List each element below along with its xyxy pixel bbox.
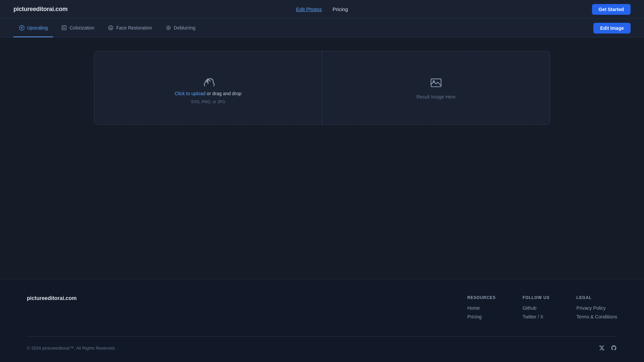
upscaling-icon [19, 25, 25, 31]
svg-point-6 [166, 25, 171, 30]
footer: pictureeditorai.com RESOURCES Home Prici… [0, 279, 644, 362]
upload-drag-text: or drag and drop [205, 91, 241, 96]
result-placeholder-text: Result Image Here [416, 94, 455, 100]
result-image-icon [429, 76, 443, 91]
nav-pricing[interactable]: Pricing [332, 6, 348, 12]
result-area: Result Image Here [322, 51, 550, 124]
tab-face-restoration[interactable]: Face Restoration [102, 19, 157, 37]
footer-link-twitter[interactable]: Twitter / X [523, 314, 550, 319]
footer-legal-heading: LEGAL [577, 295, 617, 300]
footer-link-privacy[interactable]: Privacy Policy [577, 305, 617, 311]
deblurring-icon [165, 25, 171, 31]
footer-link-home[interactable]: Home [467, 305, 496, 311]
upload-formats-text: SVG, PNG, or JPG [191, 100, 225, 104]
footer-link-terms[interactable]: Terms & Conditions [577, 314, 617, 319]
footer-social [598, 345, 617, 351]
upload-area-wrapper: Click to upload or drag and drop SVG, PN… [94, 51, 550, 125]
colorization-icon [61, 25, 67, 31]
upload-drop-zone[interactable]: Click to upload or drag and drop SVG, PN… [94, 51, 322, 124]
footer-col-follow: FOLLOW US Github Twitter / X [523, 295, 550, 323]
main-nav: Edit Photos Pricing [296, 6, 348, 12]
tab-colorization-label: Colorization [69, 25, 94, 31]
tabs-list: Upscaling Colorization [13, 19, 201, 37]
footer-resources-heading: RESOURCES [467, 295, 496, 300]
tab-upscaling-label: Upscaling [27, 25, 48, 31]
tab-upscaling[interactable]: Upscaling [13, 19, 53, 37]
site-logo: pictureeditorai.com [13, 6, 67, 13]
get-started-button[interactable]: Get Started [592, 4, 631, 15]
github-icon[interactable] [610, 345, 617, 351]
footer-divider [27, 336, 617, 337]
upload-text-main: Click to upload or drag and drop [175, 91, 241, 96]
svg-point-7 [167, 27, 169, 28]
svg-point-2 [63, 27, 64, 27]
footer-col-legal: LEGAL Privacy Policy Terms & Conditions [577, 295, 617, 323]
upload-cloud-icon [201, 71, 215, 87]
nav-edit-photos[interactable]: Edit Photos [296, 6, 322, 12]
footer-link-github[interactable]: Github [523, 305, 550, 311]
footer-top: pictureeditorai.com RESOURCES Home Prici… [27, 295, 617, 323]
edit-image-button[interactable]: Edit Image [593, 23, 631, 34]
svg-point-4 [110, 27, 111, 27]
footer-copyright: © 2024 pictureeditorai™. All Rights Rese… [27, 346, 116, 351]
svg-point-3 [109, 25, 113, 30]
upload-click-text: Click to upload [175, 91, 206, 96]
tabs-bar: Upscaling Colorization [0, 19, 644, 38]
footer-logo: pictureeditorai.com [27, 295, 76, 301]
svg-point-5 [111, 27, 112, 27]
face-restoration-icon [108, 25, 114, 31]
tab-face-restoration-label: Face Restoration [116, 25, 152, 31]
tab-colorization[interactable]: Colorization [56, 19, 100, 37]
footer-link-pricing[interactable]: Pricing [467, 314, 496, 319]
main-content: Click to upload or drag and drop SVG, PN… [0, 38, 644, 279]
tab-deblurring[interactable]: Deblurring [160, 19, 201, 37]
footer-columns: RESOURCES Home Pricing FOLLOW US Github … [467, 295, 617, 323]
footer-brand: pictureeditorai.com [27, 295, 440, 323]
twitter-icon[interactable] [598, 345, 605, 351]
tab-deblurring-label: Deblurring [174, 25, 196, 31]
footer-follow-heading: FOLLOW US [523, 295, 550, 300]
footer-bottom: © 2024 pictureeditorai™. All Rights Rese… [27, 345, 617, 351]
footer-col-resources: RESOURCES Home Pricing [467, 295, 496, 323]
